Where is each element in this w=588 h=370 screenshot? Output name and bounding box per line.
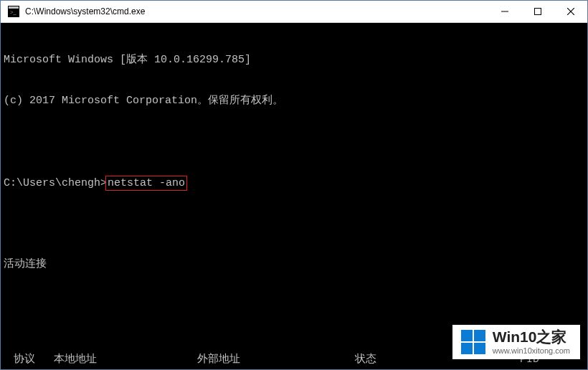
col-foreign: 外部地址 [197,353,319,366]
header-line: (c) 2017 Microsoft Corporation。保留所有权利。 [4,94,587,108]
maximize-button[interactable] [521,1,554,22]
col-proto: 协议 [4,353,54,366]
close-button[interactable] [554,1,587,22]
window-controls [488,1,587,22]
svg-rect-4 [535,9,541,15]
window-title: C:\Windows\system32\cmd.exe [25,6,488,16]
minimize-button[interactable] [488,1,521,22]
terminal-output[interactable]: Microsoft Windows [版本 10.0.16299.785] (c… [1,23,587,369]
svg-rect-1 [9,6,19,9]
watermark: Win10之家 www.win10xitong.com [452,325,580,359]
watermark-url: www.win10xitong.com [493,347,570,355]
window-titlebar[interactable]: >_ C:\Windows\system32\cmd.exe [1,1,587,23]
blank-line [4,135,587,148]
col-local: 本地地址 [54,353,197,366]
svg-text:>_: >_ [10,9,17,16]
cmd-icon: >_ [6,4,21,19]
prompt-path: C:\Users\chengh> [4,177,107,189]
section-title: 活动连接 [4,257,587,271]
watermark-title: Win10之家 [493,329,570,344]
prompt-line: C:\Users\chengh>netstat -ano [4,176,587,189]
command-highlight: netstat -ano [105,176,187,191]
windows-logo-icon [461,330,485,354]
blank-line [4,217,587,230]
header-line: Microsoft Windows [版本 10.0.16299.785] [4,53,587,67]
blank-line [4,298,587,312]
